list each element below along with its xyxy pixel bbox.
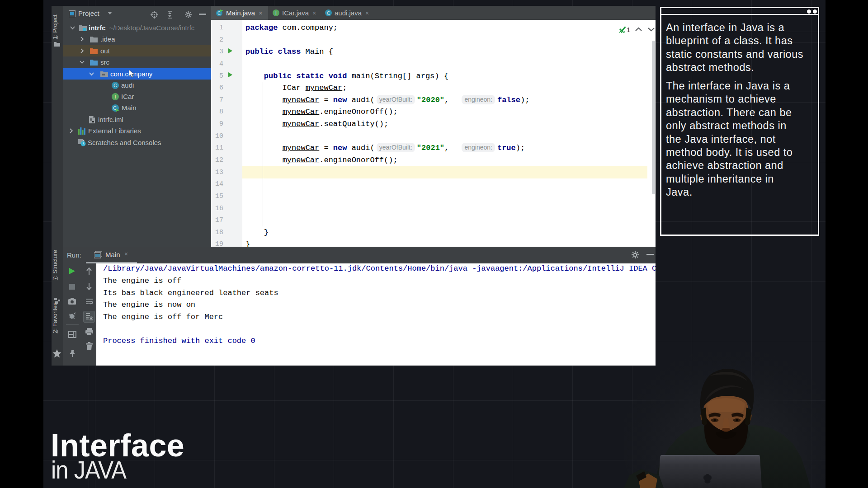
svg-text:C: C	[113, 105, 117, 111]
svg-text:I: I	[275, 11, 277, 16]
svg-text:C: C	[113, 83, 117, 88]
svg-text:C: C	[327, 11, 330, 16]
svg-text:I: I	[114, 94, 116, 99]
